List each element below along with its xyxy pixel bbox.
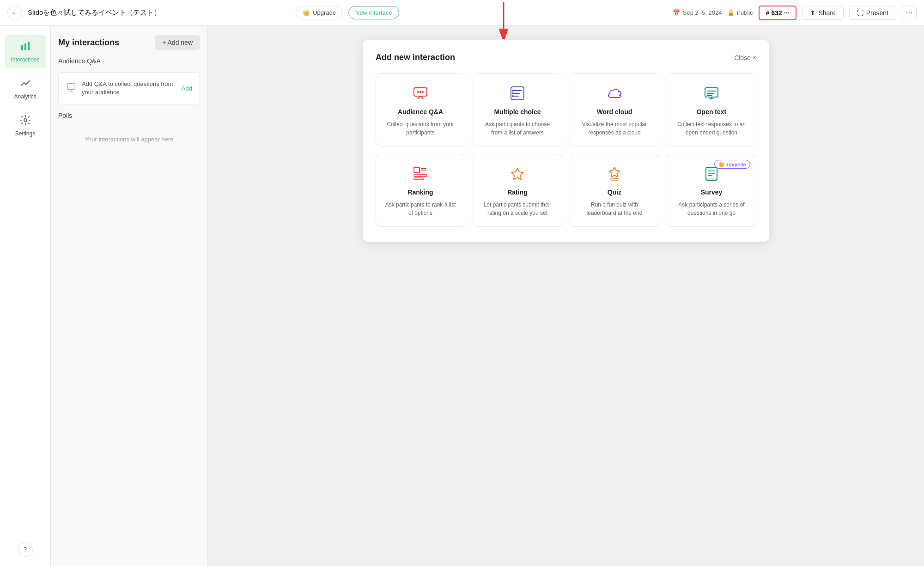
back-button[interactable]: ← <box>7 6 22 20</box>
svg-rect-6 <box>67 83 75 89</box>
help-button[interactable]: ? <box>18 542 33 557</box>
upgrade-badge[interactable]: 👑 Upgrade <box>714 160 750 169</box>
card-audience-qa-title: Audience Q&A <box>398 108 443 116</box>
card-word-cloud-desc: Visualize the most popular responses as … <box>578 120 651 137</box>
event-visibility: 🔒 Public <box>727 9 753 16</box>
card-word-cloud[interactable]: Word cloud Visualize the most popular re… <box>570 73 659 146</box>
card-quiz[interactable]: Quiz Run a fun quiz with leaderboard at … <box>570 154 659 227</box>
event-code-button[interactable]: # 632 ··· <box>759 6 797 20</box>
upgrade-icon: 👑 <box>303 9 310 16</box>
audience-qa-icon <box>412 85 429 103</box>
qa-card-text: Add Q&A to collect questions from your a… <box>82 80 176 97</box>
svg-rect-4 <box>28 42 30 50</box>
open-text-icon <box>703 85 720 103</box>
card-quiz-desc: Run a fun quiz with leaderboard at the e… <box>578 201 651 217</box>
svg-point-9 <box>419 91 421 93</box>
svg-point-8 <box>417 91 419 93</box>
word-cloud-icon <box>606 85 623 103</box>
polls-section-label: Polls <box>58 112 200 119</box>
card-open-text[interactable]: Open text Collect text responses to an o… <box>667 73 756 146</box>
card-multiple-choice[interactable]: Multiple choice Ask participants to choo… <box>473 73 562 146</box>
card-word-cloud-title: Word cloud <box>597 108 632 116</box>
audience-qa-section-label: Audience Q&A <box>58 57 200 65</box>
svg-rect-24 <box>414 167 419 173</box>
card-rating-title: Rating <box>507 189 528 196</box>
svg-point-5 <box>24 119 27 122</box>
shield-icon: 🔒 <box>727 9 735 16</box>
card-audience-qa[interactable]: Audience Q&A Collect questions from your… <box>376 73 465 146</box>
more-options-button[interactable]: ··· <box>902 6 917 20</box>
page-title: Slidoを色々試してみるイベント（テスト） <box>28 8 290 17</box>
sidebar-item-settings[interactable]: Settings <box>5 109 46 142</box>
new-interface-button[interactable]: New interface <box>348 6 399 19</box>
main-layout: Interactions Analytics Settings ? My int… <box>0 26 924 566</box>
svg-point-16 <box>512 92 514 94</box>
card-ranking[interactable]: Ranking Ask participants to rank a list … <box>376 154 465 227</box>
modal-close-button[interactable]: Close × <box>734 54 756 61</box>
share-icon: ⬆ <box>810 9 815 17</box>
card-ranking-desc: Ask participants to rank a list of optio… <box>383 201 457 217</box>
svg-rect-35 <box>706 178 717 180</box>
quiz-icon <box>606 165 623 184</box>
rating-icon <box>509 165 526 184</box>
modal-header: Add new interaction Close × <box>376 53 756 62</box>
event-date: 📅 Sep 2–5, 2024 <box>673 9 722 16</box>
svg-rect-2 <box>21 45 23 50</box>
card-multiple-choice-title: Multiple choice <box>494 108 541 116</box>
card-quiz-title: Quiz <box>608 189 621 196</box>
analytics-icon <box>20 78 31 91</box>
qa-card: Add Q&A to collect questions from your a… <box>58 72 200 104</box>
header: ← Slidoを色々試してみるイベント（テスト） 👑 Upgrade New i… <box>0 0 924 26</box>
upgrade-button[interactable]: 👑 Upgrade <box>296 6 343 19</box>
upgrade-badge-label: Upgrade <box>727 162 746 167</box>
card-survey-title: Survey <box>701 189 723 196</box>
svg-point-17 <box>512 95 514 97</box>
card-survey-desc: Ask participants a series of questions i… <box>675 201 748 217</box>
sidebar-item-interactions[interactable]: Interactions <box>5 35 46 68</box>
svg-rect-30 <box>611 178 618 180</box>
share-button[interactable]: ⬆ Share <box>802 6 843 20</box>
card-rating[interactable]: Rating Let participants submit their rat… <box>473 154 562 227</box>
svg-marker-29 <box>511 168 523 180</box>
card-multiple-choice-desc: Ask participants to choose from a list o… <box>480 120 554 137</box>
left-panel-header: My interactions + Add new <box>58 35 200 50</box>
svg-rect-25 <box>414 175 427 176</box>
present-button[interactable]: ⛶ Present <box>849 6 896 20</box>
sidebar-interactions-label: Interactions <box>11 56 39 63</box>
modal-title: Add new interaction <box>376 53 455 62</box>
empty-state-text: Your interactions will appear here <box>58 127 200 152</box>
svg-rect-3 <box>24 43 26 50</box>
settings-icon <box>20 115 31 128</box>
svg-rect-26 <box>414 178 423 180</box>
card-rating-desc: Let participants submit their rating on … <box>480 201 554 217</box>
multiple-choice-icon <box>509 85 526 103</box>
card-ranking-title: Ranking <box>407 189 433 196</box>
card-survey[interactable]: 👑 Upgrade Survey Ask participants <box>667 154 756 227</box>
svg-point-15 <box>512 90 514 91</box>
add-interaction-modal: Add new interaction Close × <box>363 40 769 242</box>
sidebar-settings-label: Settings <box>15 130 35 137</box>
card-audience-qa-desc: Collect questions from your participants <box>383 120 457 137</box>
upgrade-badge-icon: 👑 <box>718 161 725 167</box>
svg-point-10 <box>422 91 424 93</box>
qa-icon <box>66 82 76 95</box>
sidebar: Interactions Analytics Settings ? <box>0 26 51 566</box>
qa-add-button[interactable]: Add <box>182 85 192 92</box>
left-panel: My interactions + Add new Audience Q&A A… <box>51 26 208 566</box>
card-open-text-title: Open text <box>697 108 727 116</box>
present-icon: ⛶ <box>857 9 863 17</box>
add-new-button[interactable]: + Add new <box>155 35 200 50</box>
svg-rect-31 <box>706 167 717 180</box>
calendar-icon: 📅 <box>673 9 680 16</box>
interaction-grid: Audience Q&A Collect questions from your… <box>376 73 756 227</box>
my-interactions-title: My interactions <box>58 38 119 48</box>
sidebar-analytics-label: Analytics <box>14 93 36 100</box>
card-open-text-desc: Collect text responses to an open ended … <box>675 120 748 137</box>
sidebar-item-analytics[interactable]: Analytics <box>5 72 46 105</box>
content-area: Add new interaction Close × <box>208 26 924 566</box>
interactions-icon <box>20 41 31 55</box>
ranking-icon <box>412 165 429 184</box>
